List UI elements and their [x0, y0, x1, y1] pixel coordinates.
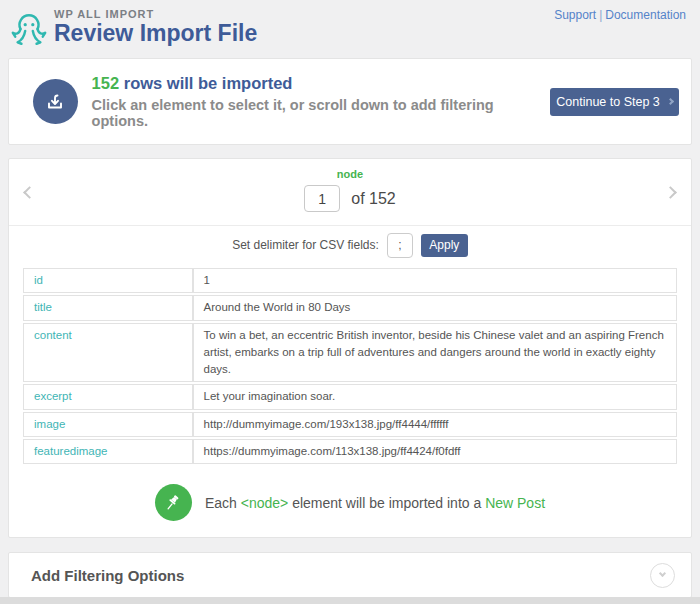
- apply-delimiter-button[interactable]: Apply: [421, 234, 468, 257]
- field-value: Let your imagination soar.: [193, 384, 677, 409]
- field-value: http://dummyimage.com/193x138.jpg/ff4444…: [193, 412, 677, 437]
- table-row-id[interactable]: id 1: [23, 268, 677, 293]
- table-row-excerpt[interactable]: excerpt Let your imagination soar.: [23, 384, 677, 409]
- chevron-left-icon: [23, 186, 36, 199]
- note-prefix: Each: [205, 495, 241, 511]
- record-navigator: node of 152: [9, 159, 691, 225]
- delimiter-input[interactable]: [387, 233, 413, 258]
- table-row-image[interactable]: image http://dummyimage.com/193x138.jpg/…: [23, 412, 677, 437]
- field-value: To win a bet, an eccentric British inven…: [193, 323, 677, 383]
- delimiter-label: Set delimiter for CSV fields:: [232, 238, 379, 252]
- record-position: of 152: [9, 185, 691, 212]
- chevron-right-icon: [664, 186, 677, 199]
- import-summary-panel: 152 rows will be imported Click an eleme…: [8, 58, 692, 145]
- note-middle: element will be imported into a: [288, 495, 485, 511]
- banner-subtitle: Click an element to select it, or scroll…: [92, 97, 550, 129]
- next-record-button[interactable]: [666, 185, 675, 200]
- table-row-featuredimage[interactable]: featuredimage https://dummyimage.com/113…: [23, 439, 677, 464]
- field-value: Around the World in 80 Days: [193, 295, 677, 320]
- continue-step3-button-top[interactable]: Continue to Step 3: [550, 88, 679, 116]
- record-browser-panel: node of 152 Set delimiter for CSV fields…: [8, 158, 692, 538]
- bottom-strip: [0, 597, 700, 604]
- record-table: id 1 title Around the World in 80 Days c…: [23, 266, 677, 466]
- banner-text: 152 rows will be imported Click an eleme…: [92, 74, 550, 129]
- add-filtering-options-panel[interactable]: Add Filtering Options: [8, 552, 692, 598]
- pushpin-icon: [155, 484, 192, 521]
- chevron-right-icon: [667, 98, 674, 105]
- row-count: 152: [92, 74, 120, 92]
- node-label: node: [9, 159, 691, 180]
- field-key[interactable]: id: [23, 268, 193, 293]
- field-value: https://dummyimage.com/113x138.jpg/ff442…: [193, 439, 677, 464]
- top-links: Support|Documentation: [554, 8, 686, 22]
- download-tray-icon: [33, 79, 78, 124]
- rows-heading-text: rows will be imported: [119, 74, 292, 92]
- support-link[interactable]: Support: [554, 8, 596, 22]
- record-total-label: of 152: [351, 190, 395, 208]
- link-separator: |: [599, 8, 602, 22]
- record-number-input[interactable]: [304, 185, 340, 212]
- field-key[interactable]: featuredimage: [23, 439, 193, 464]
- expand-filtering-button[interactable]: [650, 563, 675, 588]
- note-target: New Post: [485, 495, 545, 511]
- brand-name: WP ALL IMPORT: [54, 8, 257, 20]
- delimiter-row: Set delimiter for CSV fields: Apply: [9, 226, 691, 264]
- brand: WP ALL IMPORT Review Import File: [10, 6, 257, 53]
- rows-heading: 152 rows will be imported: [92, 74, 550, 93]
- filtering-title: Add Filtering Options: [31, 567, 184, 584]
- field-key[interactable]: excerpt: [23, 384, 193, 409]
- field-value: 1: [193, 268, 677, 293]
- chevron-down-icon: [659, 570, 666, 577]
- previous-record-button[interactable]: [25, 185, 34, 200]
- field-key[interactable]: title: [23, 295, 193, 320]
- table-row-title[interactable]: title Around the World in 80 Days: [23, 295, 677, 320]
- note-text: Each <node> element will be imported int…: [205, 495, 545, 511]
- documentation-link[interactable]: Documentation: [605, 8, 686, 22]
- brand-text: WP ALL IMPORT Review Import File: [54, 6, 257, 46]
- banner-left: 152 rows will be imported Click an eleme…: [33, 74, 550, 129]
- table-row-content[interactable]: content To win a bet, an eccentric Briti…: [23, 323, 677, 383]
- continue-step3-label: Continue to Step 3: [556, 95, 660, 109]
- field-key[interactable]: image: [23, 412, 193, 437]
- import-note: Each <node> element will be imported int…: [9, 484, 691, 521]
- octopus-logo-icon: [10, 9, 48, 53]
- field-key[interactable]: content: [23, 323, 193, 383]
- page-title: Review Import File: [54, 21, 257, 46]
- header: WP ALL IMPORT Review Import File Support…: [8, 0, 692, 50]
- note-node-tag: <node>: [241, 495, 289, 511]
